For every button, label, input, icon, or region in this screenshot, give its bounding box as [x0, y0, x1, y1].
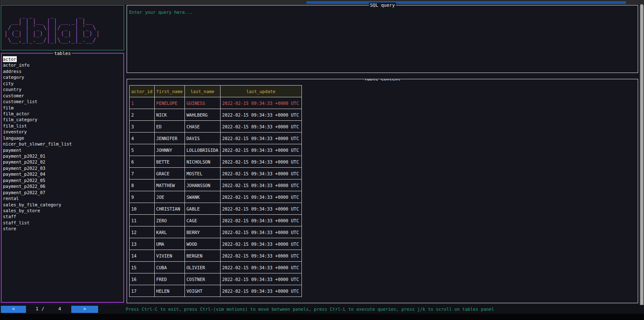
table-row[interactable]: 11ZEROCAGE2022-02-15 09:34:33 +0000 UTC	[130, 215, 302, 226]
sidebar-item-inventory[interactable]: inventory	[3, 129, 123, 135]
sidebar-item-customer_list[interactable]: customer_list	[3, 99, 123, 104]
sidebar-item-nicer_but_slower_film_list[interactable]: nicer_but_slower_film_list	[3, 141, 123, 147]
table-cell: GABLE	[184, 203, 220, 215]
table-cell: ED	[154, 121, 184, 133]
table-row[interactable]: 2NICKWAHLBERG2022-02-15 09:34:33 +0000 U…	[130, 109, 302, 121]
sidebar-item-payment_p2022_03[interactable]: payment_p2022_03	[3, 165, 123, 171]
table-cell: FRED	[154, 273, 184, 285]
table-row[interactable]: 15CUBAOLIVIER2022-02-15 09:34:33 +0000 U…	[130, 262, 302, 273]
prev-page-button[interactable]: <	[1, 306, 26, 313]
table-cell: 2022-02-15 09:34:33 +0000 UTC	[220, 180, 301, 191]
table-cell: CAGE	[184, 215, 220, 226]
sidebar-item-actor[interactable]: actor	[3, 56, 17, 62]
sidebar-item-payment_p2022_07[interactable]: payment_p2022_07	[3, 190, 123, 195]
table-cell: 9	[130, 191, 155, 203]
table-row[interactable]: 5JOHNNYLOLLOBRIGIDA2022-02-15 09:34:33 +…	[130, 144, 302, 156]
table-cell: MOSTEL	[184, 168, 220, 180]
table-cell: GRACE	[154, 168, 184, 180]
sidebar-item-language[interactable]: language	[3, 135, 123, 141]
table-row[interactable]: 17HELENVOIGHT2022-02-15 09:34:33 +0000 U…	[130, 285, 302, 297]
table-row[interactable]: 14VIVIENBERGEN2022-02-15 09:34:33 +0000 …	[130, 250, 302, 262]
table-row[interactable]: 16FREDCOSTNER2022-02-15 09:34:33 +0000 U…	[130, 273, 302, 285]
sidebar-item-film[interactable]: film	[3, 105, 123, 111]
table-cell: 2022-02-15 09:34:33 +0000 UTC	[220, 226, 301, 238]
sidebar-item-city[interactable]: city	[3, 81, 123, 86]
table-cell: BERGEN	[184, 250, 220, 262]
sidebar-item-payment[interactable]: payment	[3, 147, 123, 153]
logo-ascii: _ _ _ _ __| | |__ | | __ _| |__ / _` | '…	[4, 12, 124, 43]
table-cell: 16	[130, 273, 155, 285]
table-cell: 15	[130, 262, 155, 273]
current-page: 1	[36, 306, 39, 312]
page-separator: /	[42, 306, 44, 312]
column-header-last_name: last_name	[184, 86, 220, 97]
table-cell: HELEN	[154, 285, 184, 297]
table-cell: 8	[130, 180, 155, 191]
sidebar-item-rental[interactable]: rental	[3, 195, 123, 201]
table-cell: VIVIEN	[154, 250, 184, 262]
table-cell: SWANK	[184, 191, 220, 203]
table-cell: BERRY	[184, 226, 220, 238]
sidebar-item-payment_p2022_02[interactable]: payment_p2022_02	[3, 159, 123, 165]
table-row[interactable]: 7GRACEMOSTEL2022-02-15 09:34:33 +0000 UT…	[130, 168, 302, 180]
table-row[interactable]: 6BETTENICHOLSON2022-02-15 09:34:33 +0000…	[130, 156, 302, 168]
table-cell: 2022-02-15 09:34:33 +0000 UTC	[220, 238, 301, 250]
table-cell: 2022-02-15 09:34:33 +0000 UTC	[220, 285, 301, 297]
sidebar-item-actor_info[interactable]: actor_info	[3, 62, 123, 68]
column-header-first_name: first_name	[154, 86, 184, 97]
table-row[interactable]: 9JOESWANK2022-02-15 09:34:33 +0000 UTC	[130, 191, 302, 203]
table-header-row: actor_idfirst_namelast_namelast_update	[130, 86, 302, 97]
table-row[interactable]: 4JENNIFERDAVIS2022-02-15 09:34:33 +0000 …	[130, 133, 302, 144]
sidebar-item-address[interactable]: address	[3, 68, 123, 74]
table-cell: UMA	[154, 238, 184, 250]
total-pages: 4	[58, 306, 61, 312]
table-row[interactable]: 3EDCHASE2022-02-15 09:34:33 +0000 UTC	[130, 121, 302, 133]
table-row[interactable]: 13UMAWOOD2022-02-15 09:34:33 +0000 UTC	[130, 238, 302, 250]
window-top-strip	[0, 0, 644, 5]
table-cell: 1	[130, 97, 155, 109]
table-cell: GUINESS	[184, 97, 220, 109]
sidebar-item-staff_list[interactable]: staff_list	[3, 220, 123, 226]
vertical-scrollbar[interactable]	[640, 4, 644, 320]
table-cell: 2022-02-15 09:34:33 +0000 UTC	[220, 144, 301, 156]
table-cell: JOHNNY	[154, 144, 184, 156]
sidebar-item-payment_p2022_04[interactable]: payment_p2022_04	[3, 171, 123, 177]
table-cell: KARL	[154, 226, 184, 238]
sidebar-item-film_list[interactable]: film_list	[3, 123, 123, 129]
sidebar-item-payment_p2022_06[interactable]: payment_p2022_06	[3, 183, 123, 189]
table-cell: ZERO	[154, 215, 184, 226]
table-body: 1PENELOPEGUINESS2022-02-15 09:34:33 +000…	[130, 97, 302, 297]
sidebar-item-film_category[interactable]: film_category	[3, 117, 123, 122]
sidebar-item-film_actor[interactable]: film_actor	[3, 111, 123, 117]
sidebar-item-sales_by_store[interactable]: sales_by_store	[3, 208, 123, 213]
table-cell: 2022-02-15 09:34:33 +0000 UTC	[220, 250, 301, 262]
table-cell: 3	[130, 121, 155, 133]
table-cell: 2022-02-15 09:34:33 +0000 UTC	[220, 191, 301, 203]
next-page-button[interactable]: >	[71, 306, 98, 313]
table-cell: 12	[130, 226, 155, 238]
table-cell: 2022-02-15 09:34:33 +0000 UTC	[220, 273, 301, 285]
sidebar-item-payment_p2022_01[interactable]: payment_p2022_01	[3, 153, 123, 159]
sidebar-item-category[interactable]: category	[3, 74, 123, 80]
table-row[interactable]: 1PENELOPEGUINESS2022-02-15 09:34:33 +000…	[130, 97, 302, 109]
table-row[interactable]: 8MATTHEWJOHANSSON2022-02-15 09:34:33 +00…	[130, 180, 302, 191]
column-header-actor_id: actor_id	[130, 86, 155, 97]
table-cell: 2022-02-15 09:34:33 +0000 UTC	[220, 133, 301, 144]
sidebar-item-customer[interactable]: customer	[3, 93, 123, 99]
sidebar-item-sales_by_film_category[interactable]: sales_by_film_category	[3, 202, 123, 208]
table-cell: BETTE	[154, 156, 184, 168]
table-cell: 4	[130, 133, 155, 144]
sidebar-item-country[interactable]: country	[3, 86, 123, 92]
table-cell: 7	[130, 168, 155, 180]
tables-panel-title: tables	[53, 51, 72, 56]
sql-query-panel[interactable]: SQL query Enter your query here...	[127, 5, 638, 73]
table-row[interactable]: 12KARLBERRY2022-02-15 09:34:33 +0000 UTC	[130, 226, 302, 238]
sql-query-panel-title: SQL query	[369, 3, 396, 8]
sidebar-item-payment_p2022_05[interactable]: payment_p2022_05	[3, 177, 123, 183]
sidebar-item-store[interactable]: store	[3, 226, 123, 232]
table-cell: MATTHEW	[154, 180, 184, 191]
sidebar-item-staff[interactable]: staff	[3, 213, 123, 219]
table-row[interactable]: 10CHRISTIANGABLE2022-02-15 09:34:33 +000…	[130, 203, 302, 215]
table-cell: 17	[130, 285, 155, 297]
table-cell: 10	[130, 203, 155, 215]
